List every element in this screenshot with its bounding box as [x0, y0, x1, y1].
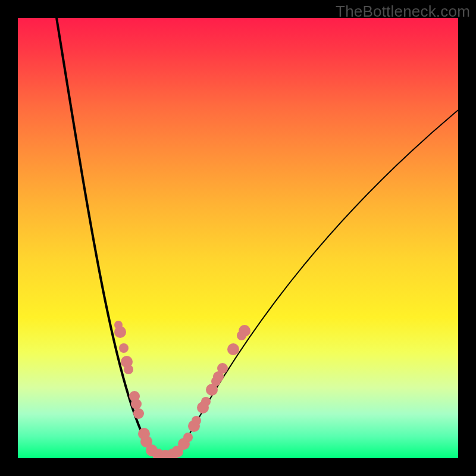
data-marker	[124, 365, 133, 374]
chart-frame: TheBottleneck.com	[0, 0, 476, 476]
data-marker	[114, 326, 126, 338]
curve-group	[57, 18, 458, 454]
data-marker	[201, 397, 211, 406]
data-marker	[227, 343, 239, 355]
marker-group	[114, 321, 250, 458]
data-marker	[183, 433, 193, 442]
plot-area	[18, 18, 458, 458]
data-marker	[131, 399, 142, 409]
curve-right	[184, 110, 458, 443]
curve-left	[57, 18, 184, 454]
chart-svg	[18, 18, 458, 458]
data-marker	[133, 408, 144, 419]
data-marker	[119, 343, 129, 353]
data-marker	[239, 325, 250, 337]
data-marker	[192, 416, 201, 425]
data-marker	[217, 363, 228, 374]
